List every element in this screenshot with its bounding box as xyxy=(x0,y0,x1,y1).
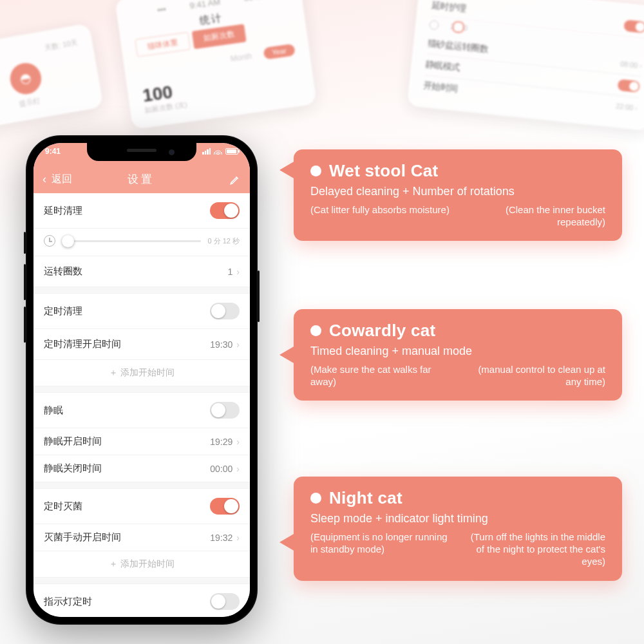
callout-note-right: (Clean the inner bucket repeatedly) xyxy=(463,204,605,228)
edit-icon[interactable] xyxy=(229,174,241,185)
row-label: 指示灯定时 xyxy=(44,596,92,608)
row-delay-slider[interactable]: 0 分 12 秒 xyxy=(33,229,250,256)
delay-slider[interactable] xyxy=(62,240,201,242)
callout-subtitle: Timed cleaning + manual mode xyxy=(310,345,605,358)
callout-title: Night cat xyxy=(329,488,402,508)
row-label: 定时清理开启时间 xyxy=(44,338,121,350)
row-delay-clean[interactable]: 延时清理 xyxy=(33,193,250,229)
bg-stats-card: ••• 9:41 AM 80% 统计 猫咪体重 如厕次数 Month Year … xyxy=(115,0,317,129)
row-sleep-off[interactable]: 静眠关闭时间 00:00› xyxy=(33,455,250,482)
status-time: 9:41 xyxy=(45,147,61,156)
row-label: 静眠 xyxy=(44,404,63,417)
phone-screen: 9:41 ‹ 返回 设置 延时清理 xyxy=(33,143,250,617)
bullet-icon xyxy=(310,166,321,176)
timer-icon xyxy=(44,235,55,247)
bullet-icon xyxy=(310,325,321,336)
bg-settings-card: 延时护理 22:00 猫砂盆运转圈数08:00 › 静眠模式 开始时间22:00… xyxy=(407,0,644,131)
callout-title: Wet stool Cat xyxy=(329,161,439,181)
battery-icon xyxy=(225,148,238,155)
row-timed-uv[interactable]: 定时灭菌 xyxy=(33,489,250,524)
row-uv-manual[interactable]: 灭菌手动开启时间 19:32› xyxy=(33,524,250,551)
wifi-icon xyxy=(214,149,222,155)
phone-frame: 9:41 ‹ 返回 设置 延时清理 xyxy=(26,135,258,625)
toggle-timed-clean[interactable] xyxy=(210,303,240,319)
chevron-right-icon: › xyxy=(236,464,240,474)
toggle-indicator[interactable] xyxy=(210,593,240,610)
chevron-right-icon: › xyxy=(236,533,240,543)
callout-subtitle: Sleep mode + indicator light timing xyxy=(310,512,605,526)
callout-note-right: (Turn off the lights in the middle of th… xyxy=(463,531,605,568)
callout-note-left: (Make sure the cat walks far away) xyxy=(310,363,453,388)
row-indicator[interactable]: 指示灯定时 xyxy=(33,584,250,617)
chevron-right-icon: › xyxy=(236,339,240,350)
callout-title: Cowardly cat xyxy=(329,321,435,341)
row-sleep[interactable]: 静眠 xyxy=(33,393,250,428)
page-title: 设置 xyxy=(58,172,224,187)
callout-night: Night cat Sleep mode + indicator light t… xyxy=(294,477,622,581)
chevron-right-icon: › xyxy=(236,437,240,447)
bg-home-card: 天数: 10天 灭菌 ◓ 提示灯 xyxy=(0,23,104,133)
cellular-icon xyxy=(202,148,211,155)
chevron-right-icon: › xyxy=(236,267,240,277)
callout-cowardly: Cowardly cat Timed cleaning + manual mod… xyxy=(294,309,622,401)
row-label: 延时清理 xyxy=(44,205,82,217)
settings-list[interactable]: 延时清理 0 分 12 秒 运转圈数 1› 定时清理 定时清理开启时间 19:3… xyxy=(33,193,250,617)
back-button[interactable]: ‹ xyxy=(43,173,46,186)
row-label: 运转圈数 xyxy=(44,265,82,278)
row-sleep-on[interactable]: 静眠开启时间 19:29› xyxy=(33,428,250,455)
row-label: 静眠关闭时间 xyxy=(44,462,102,475)
callout-note-left: (Equipment is no longer running in stand… xyxy=(310,531,453,568)
row-label: 定时清理 xyxy=(44,305,82,317)
callout-subtitle: Delayed cleaning + Number of rotations xyxy=(310,185,605,198)
add-uv-start-time[interactable]: ＋ 添加开始时间 xyxy=(33,551,250,578)
callout-wet-stool: Wet stool Cat Delayed cleaning + Number … xyxy=(294,149,622,241)
row-rotations[interactable]: 运转圈数 1› xyxy=(33,256,250,287)
bullet-icon xyxy=(310,493,321,504)
row-timed-clean-start[interactable]: 定时清理开启时间 19:30› xyxy=(33,329,250,360)
row-label: 静眠开启时间 xyxy=(44,435,102,448)
delay-slider-label: 0 分 12 秒 xyxy=(207,236,240,246)
add-start-time[interactable]: ＋ 添加开始时间 xyxy=(33,360,250,386)
callout-note-right: (manual control to clean up at any time) xyxy=(463,363,605,388)
row-timed-clean[interactable]: 定时清理 xyxy=(33,294,250,329)
row-label: 定时灭菌 xyxy=(44,500,82,513)
toggle-timed-uv[interactable] xyxy=(210,498,240,515)
row-label: 灭菌手动开启时间 xyxy=(44,531,121,544)
callout-note-left: (Cat litter fully absorbs moisture) xyxy=(310,204,453,228)
phone-notch xyxy=(87,143,196,161)
toggle-delay-clean[interactable] xyxy=(210,202,240,219)
toggle-sleep[interactable] xyxy=(210,402,240,419)
